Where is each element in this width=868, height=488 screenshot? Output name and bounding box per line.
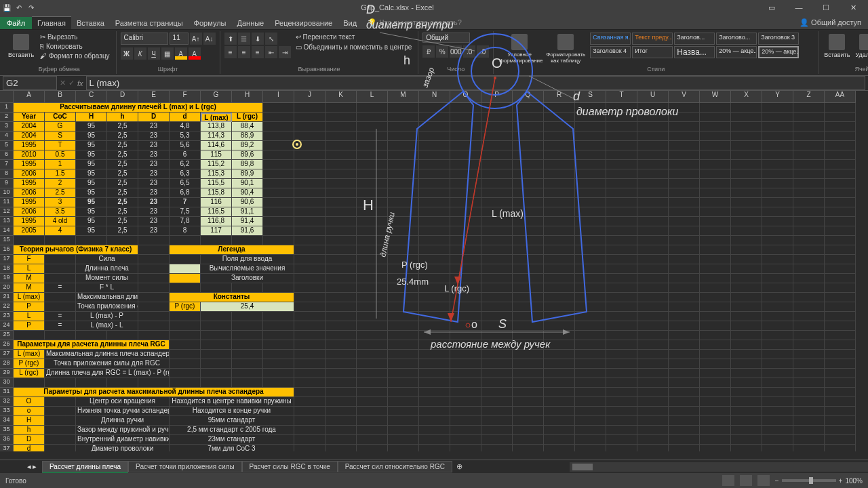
orientation-icon[interactable]: ⤡ — [265, 33, 277, 45]
cell[interactable]: Максимальная длинна плеча — [76, 293, 138, 302]
cell[interactable] — [606, 416, 637, 426]
cell[interactable]: 23 — [138, 217, 170, 226]
grow-font-icon[interactable]: A↑ — [190, 33, 202, 45]
cell[interactable] — [263, 340, 294, 350]
cell[interactable]: 3.5 — [45, 207, 76, 217]
cell[interactable] — [793, 236, 825, 245]
row-header[interactable]: 26 — [0, 340, 14, 350]
cell[interactable]: L (max) - L — [76, 321, 138, 331]
cell[interactable]: O — [14, 397, 45, 407]
cell[interactable] — [762, 141, 793, 150]
cell[interactable] — [793, 369, 825, 378]
cell[interactable] — [700, 274, 731, 283]
cell[interactable] — [170, 340, 201, 350]
cell[interactable] — [606, 359, 637, 369]
cell[interactable] — [326, 435, 357, 445]
cell[interactable] — [326, 416, 357, 426]
row-header[interactable]: 5 — [0, 141, 14, 150]
cell[interactable] — [793, 255, 825, 264]
cell[interactable] — [700, 207, 731, 217]
cell[interactable] — [575, 359, 606, 369]
cell[interactable] — [825, 160, 856, 169]
cell[interactable] — [170, 321, 201, 331]
cell[interactable] — [294, 113, 326, 122]
cell[interactable] — [294, 198, 326, 207]
cell[interactable]: 88,9 — [232, 131, 263, 141]
cell[interactable] — [450, 388, 481, 397]
cell[interactable] — [575, 378, 606, 388]
cell[interactable] — [762, 122, 793, 131]
align-center-icon[interactable]: ≡ — [238, 46, 250, 58]
cell[interactable] — [138, 236, 170, 245]
cell[interactable] — [201, 369, 232, 378]
cell[interactable]: 1995 — [14, 160, 45, 169]
cell[interactable]: 95 — [76, 131, 107, 141]
cell[interactable]: 95 — [76, 217, 107, 226]
row-header[interactable]: 35 — [0, 426, 14, 435]
zoom-out-icon[interactable]: − — [775, 477, 779, 485]
cell[interactable] — [14, 236, 45, 245]
zoom-control[interactable]: − + 100% — [775, 477, 863, 485]
cell[interactable] — [419, 435, 450, 445]
cell[interactable] — [575, 369, 606, 378]
row-header[interactable]: 36 — [0, 435, 14, 445]
cell[interactable] — [575, 426, 606, 435]
cell[interactable] — [232, 359, 263, 369]
cell[interactable]: 8 — [170, 226, 201, 236]
cell[interactable] — [793, 312, 825, 321]
cell[interactable] — [793, 397, 825, 407]
cell[interactable]: F * L — [76, 283, 138, 293]
cell[interactable]: 7,5 — [170, 207, 201, 217]
cell[interactable] — [637, 397, 669, 407]
cell[interactable]: 115,8 — [201, 188, 232, 198]
cell[interactable] — [357, 369, 388, 378]
cell[interactable] — [762, 179, 793, 188]
cell[interactable] — [825, 293, 856, 302]
cell[interactable] — [700, 350, 731, 359]
cell[interactable] — [762, 321, 793, 331]
cell[interactable] — [793, 350, 825, 359]
cell[interactable] — [793, 264, 825, 274]
cell[interactable] — [825, 426, 856, 435]
cell[interactable]: 95 — [76, 141, 107, 150]
col-header[interactable]: AA — [825, 91, 856, 103]
cell[interactable] — [513, 445, 544, 451]
cell[interactable] — [294, 388, 326, 397]
cell[interactable] — [762, 331, 793, 340]
cell[interactable] — [731, 188, 762, 198]
tab-formulas[interactable]: Формулы — [189, 17, 232, 29]
cell[interactable] — [762, 445, 793, 451]
cell[interactable] — [107, 378, 138, 388]
cell[interactable] — [700, 407, 731, 416]
cell[interactable] — [793, 435, 825, 445]
cell[interactable] — [762, 207, 793, 217]
cell[interactable] — [170, 359, 201, 369]
cell[interactable] — [544, 397, 575, 407]
cell[interactable] — [294, 207, 326, 217]
cell[interactable] — [544, 416, 575, 426]
cell[interactable]: 1995 — [14, 141, 45, 150]
sheet-tab[interactable]: Рассчет сил относительно RGC — [338, 461, 452, 472]
underline-icon[interactable]: Ч — [148, 47, 160, 60]
cell[interactable] — [700, 255, 731, 264]
cell[interactable] — [637, 378, 669, 388]
font-color-icon[interactable]: A — [189, 47, 201, 60]
cell[interactable]: Нижняя точка ручки эспандера — [76, 407, 170, 416]
row-header[interactable]: 11 — [0, 198, 14, 207]
cell[interactable]: Заголовки — [201, 274, 294, 283]
maximize-icon[interactable]: ☐ — [812, 0, 840, 15]
cell[interactable] — [326, 388, 357, 397]
cell[interactable] — [419, 378, 450, 388]
cell[interactable] — [637, 426, 669, 435]
cell[interactable] — [762, 103, 793, 113]
cell[interactable] — [294, 293, 326, 302]
cell[interactable] — [263, 350, 294, 359]
cell[interactable] — [294, 103, 326, 113]
cell[interactable] — [606, 445, 637, 451]
cell[interactable]: Находится в центре навивки пружины — [170, 397, 294, 407]
cell[interactable] — [700, 179, 731, 188]
cell[interactable]: 7мм для CoC 3 — [170, 445, 294, 451]
cell[interactable] — [825, 388, 856, 397]
cell[interactable] — [700, 169, 731, 179]
cell[interactable]: 1995 — [14, 179, 45, 188]
